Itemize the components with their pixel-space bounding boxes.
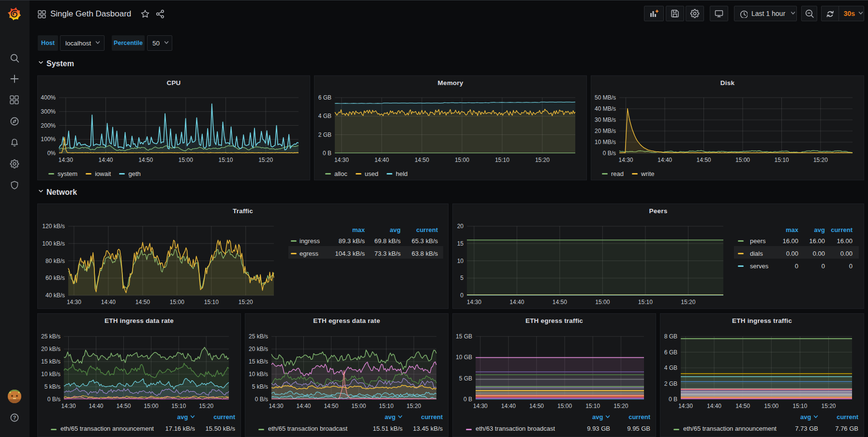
svg-text:4 GB: 4 GB [664, 364, 677, 371]
svg-text:14:50: 14:50 [324, 403, 338, 409]
svg-text:14:40: 14:40 [89, 403, 103, 409]
svg-text:0 B: 0 B [669, 396, 677, 403]
svg-text:14:30: 14:30 [467, 299, 481, 306]
svg-text:10 kB/s: 10 kB/s [249, 371, 268, 378]
svg-text:50 MB/s: 50 MB/s [595, 94, 616, 101]
svg-text:15:10: 15:10 [219, 157, 233, 163]
svg-text:14:30: 14:30 [473, 403, 488, 409]
svg-text:14:40: 14:40 [509, 299, 524, 306]
svg-text:6 GB: 6 GB [664, 349, 677, 356]
svg-text:200%: 200% [41, 122, 56, 129]
svg-text:0: 0 [460, 292, 464, 299]
svg-text:60 kB/s: 60 kB/s [45, 275, 65, 281]
svg-text:15 GB: 15 GB [456, 333, 472, 340]
svg-text:5: 5 [460, 275, 464, 281]
svg-text:15:20: 15:20 [239, 299, 253, 306]
svg-text:2 GB: 2 GB [318, 131, 331, 138]
svg-text:0 B/s: 0 B/s [47, 396, 60, 403]
svg-text:15:10: 15:10 [379, 403, 393, 409]
svg-text:15:20: 15:20 [821, 403, 836, 409]
svg-text:14:50: 14:50 [529, 403, 544, 409]
svg-text:15:10: 15:10 [495, 157, 509, 163]
svg-text:15 kB/s: 15 kB/s [249, 358, 268, 365]
svg-text:10 MB/s: 10 MB/s [595, 139, 616, 146]
svg-text:15:00: 15:00 [455, 157, 469, 163]
svg-text:14:50: 14:50 [138, 157, 153, 163]
svg-text:14:40: 14:40 [501, 403, 516, 409]
svg-text:14:40: 14:40 [296, 403, 311, 409]
svg-text:20 MB/s: 20 MB/s [595, 128, 616, 134]
svg-text:14:30: 14:30 [67, 299, 81, 306]
svg-text:14:50: 14:50 [696, 157, 711, 163]
svg-text:15:10: 15:10 [171, 403, 186, 409]
svg-text:10 GB: 10 GB [456, 354, 472, 361]
svg-text:15:10: 15:10 [774, 157, 789, 163]
svg-text:15:20: 15:20 [535, 157, 550, 163]
svg-text:14:50: 14:50 [735, 403, 750, 409]
svg-text:2 GB: 2 GB [664, 380, 677, 387]
svg-text:14:30: 14:30 [59, 157, 73, 163]
svg-text:14:40: 14:40 [99, 157, 113, 163]
svg-text:100%: 100% [41, 136, 56, 143]
svg-text:14:30: 14:30 [61, 403, 76, 409]
svg-text:15:20: 15:20 [406, 403, 421, 409]
svg-text:10 kB/s: 10 kB/s [41, 371, 60, 378]
svg-text:15:20: 15:20 [199, 403, 213, 409]
svg-text:0 B: 0 B [323, 150, 331, 157]
svg-text:15:10: 15:10 [638, 299, 653, 306]
svg-text:15:10: 15:10 [585, 403, 600, 409]
svg-text:15:20: 15:20 [681, 299, 695, 306]
svg-text:14:50: 14:50 [415, 157, 429, 163]
svg-text:6 GB: 6 GB [318, 94, 331, 101]
svg-text:20 kB/s: 20 kB/s [41, 346, 60, 352]
svg-text:15 kB/s: 15 kB/s [41, 358, 60, 365]
svg-text:15:00: 15:00 [179, 157, 193, 163]
svg-text:300%: 300% [41, 108, 56, 115]
svg-text:15:00: 15:00 [170, 299, 184, 306]
svg-text:0 B: 0 B [464, 396, 472, 403]
svg-text:15:00: 15:00 [351, 403, 366, 409]
svg-text:0%: 0% [47, 150, 56, 157]
svg-text:15:00: 15:00 [764, 403, 778, 409]
svg-text:15:00: 15:00 [144, 403, 158, 409]
svg-text:0 B/s: 0 B/s [255, 396, 268, 403]
svg-text:14:50: 14:50 [116, 403, 131, 409]
svg-text:25 kB/s: 25 kB/s [41, 333, 60, 340]
svg-text:4 GB: 4 GB [318, 113, 331, 119]
svg-text:15:20: 15:20 [258, 157, 273, 163]
svg-text:14:30: 14:30 [269, 403, 284, 409]
svg-text:8 GB: 8 GB [664, 333, 677, 340]
svg-text:15:20: 15:20 [813, 157, 828, 163]
svg-text:20 kB/s: 20 kB/s [249, 346, 268, 352]
svg-text:14:40: 14:40 [101, 299, 116, 306]
svg-text:5 GB: 5 GB [459, 375, 472, 382]
svg-text:400%: 400% [41, 94, 56, 101]
svg-text:30 MB/s: 30 MB/s [595, 117, 616, 123]
svg-text:5 kB/s: 5 kB/s [252, 383, 268, 390]
svg-text:40 MB/s: 40 MB/s [595, 105, 616, 112]
svg-text:15:10: 15:10 [793, 403, 807, 409]
svg-text:14:30: 14:30 [678, 403, 693, 409]
svg-text:15:00: 15:00 [595, 299, 610, 306]
svg-text:14:50: 14:50 [135, 299, 150, 306]
svg-text:25 kB/s: 25 kB/s [249, 333, 268, 340]
svg-text:14:40: 14:40 [658, 157, 672, 163]
svg-text:14:30: 14:30 [334, 157, 349, 163]
svg-text:14:50: 14:50 [553, 299, 567, 306]
svg-text:14:40: 14:40 [374, 157, 389, 163]
svg-text:15:00: 15:00 [557, 403, 572, 409]
svg-text:40 kB/s: 40 kB/s [45, 292, 65, 299]
svg-text:?: ? [13, 415, 16, 421]
svg-text:15:10: 15:10 [204, 299, 219, 306]
svg-text:15:00: 15:00 [735, 157, 750, 163]
svg-text:0 B/s: 0 B/s [603, 150, 616, 157]
svg-text:15:20: 15:20 [614, 403, 628, 409]
svg-text:14:40: 14:40 [707, 403, 721, 409]
svg-text:14:30: 14:30 [618, 157, 633, 163]
svg-text:5 kB/s: 5 kB/s [45, 383, 60, 390]
